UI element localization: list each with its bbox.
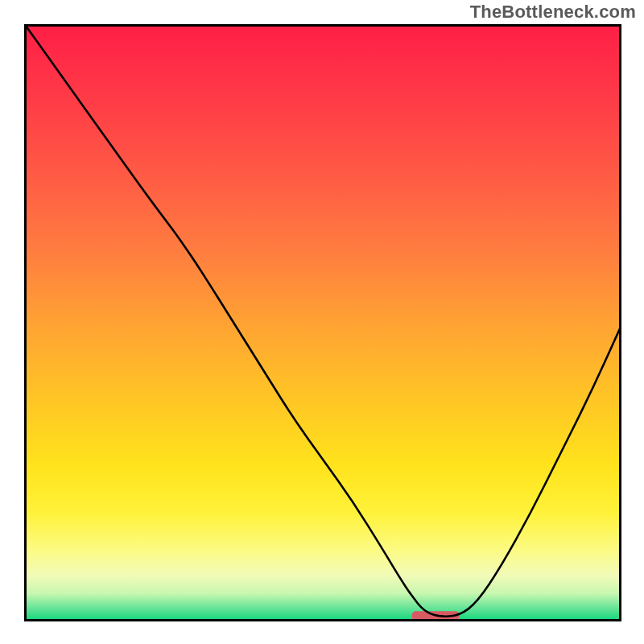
plot-area xyxy=(24,24,621,621)
brand-label: TheBottleneck.com xyxy=(470,2,636,23)
gradient-background xyxy=(26,26,620,620)
chart-container: TheBottleneck.com xyxy=(0,0,644,644)
bottleneck-curve-chart xyxy=(24,24,621,621)
